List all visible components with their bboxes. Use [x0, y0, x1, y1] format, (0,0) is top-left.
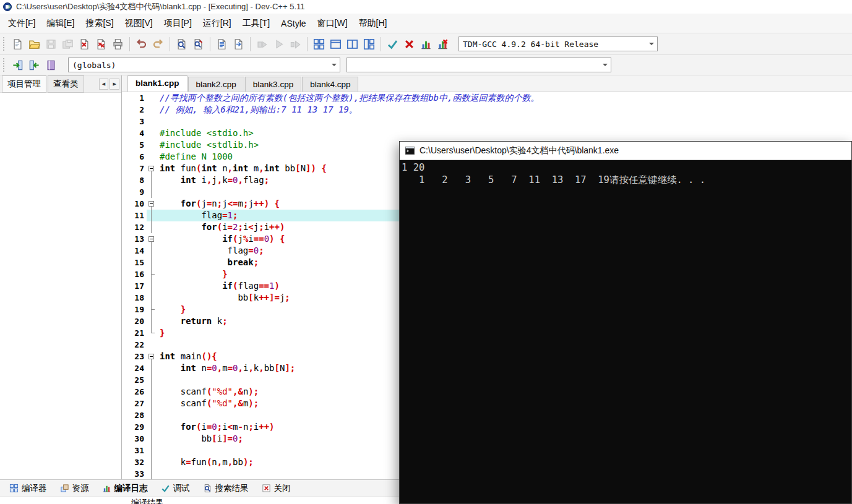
fold-guide	[147, 433, 157, 445]
goto-declaration-button[interactable]	[9, 57, 26, 74]
line-number: 13	[122, 233, 147, 245]
save-button[interactable]	[43, 36, 59, 53]
fold-guide	[147, 257, 157, 268]
print-button[interactable]	[110, 36, 126, 53]
fold-toggle[interactable]	[147, 163, 157, 174]
editor-tab-blank2-cpp[interactable]: blank2.cpp	[188, 77, 244, 92]
menu-item-4[interactable]: 视图[V]	[119, 14, 158, 33]
fold-toggle[interactable]	[147, 198, 157, 210]
compile-run-icon	[290, 38, 301, 50]
abort-button[interactable]	[401, 36, 418, 53]
bottom-tab-label: 编译器	[22, 483, 47, 494]
line-number: 1	[122, 92, 147, 104]
line-number: 30	[122, 433, 147, 445]
source-list-button[interactable]	[213, 36, 230, 53]
devcpp-window: C:\Users\user\Desktop\实验4文档中代码\blank1.cp…	[0, 0, 852, 504]
menu-item-8[interactable]: AStyle	[275, 15, 311, 32]
editor-tab-blank4-cpp[interactable]: blank4.cpp	[302, 77, 358, 92]
line-number: 10	[122, 198, 147, 210]
bottom-tab-2[interactable]: 资源	[54, 481, 95, 497]
source-goto-button[interactable]	[230, 36, 247, 53]
line-number: 11	[122, 210, 147, 221]
sidebar-tab-1[interactable]: 项目管理	[2, 75, 46, 93]
editor-tab-bar: blank1.cppblank2.cppblank3.cppblank4.cpp	[122, 75, 852, 92]
sidebar-scroll-left-button[interactable]: ◀	[99, 79, 109, 90]
save-all-icon	[62, 38, 74, 50]
project-split-button[interactable]	[344, 36, 361, 53]
code-line-2[interactable]: 2// 例如, 输入6和21,则输出:7 11 13 17 19。	[122, 104, 852, 116]
line-number: 2	[122, 104, 147, 116]
bottom-tab-label: 搜索结果	[215, 483, 249, 494]
source-list-icon	[216, 38, 228, 50]
project-new-unit-button[interactable]	[311, 36, 327, 53]
line-number: 16	[122, 268, 147, 280]
fold-guide	[147, 315, 157, 327]
undo-button[interactable]	[133, 36, 150, 53]
bottom-tab-5[interactable]: 搜索结果	[197, 481, 254, 497]
close-file-button[interactable]	[76, 36, 93, 53]
members-select[interactable]	[346, 58, 611, 72]
save-icon	[45, 38, 57, 50]
menubar: 文件[F]编辑[E]搜索[S]视图[V]项目[P]运行[R]工具[T]AStyl…	[0, 14, 852, 33]
menu-item-2[interactable]: 编辑[E]	[41, 14, 80, 33]
goto-definition-button[interactable]	[26, 57, 43, 74]
editor-tab-blank3-cpp[interactable]: blank3.cpp	[245, 77, 301, 92]
fold-toggle[interactable]	[147, 233, 157, 245]
bottom-tab-6[interactable]: 关闭	[256, 481, 296, 497]
replace-button[interactable]	[190, 36, 207, 53]
console-output[interactable]: 1 20 1 2 3 5 7 11 13 17 19请按任意键继续. . .	[400, 160, 851, 503]
menu-item-10[interactable]: 帮助[H]	[353, 14, 393, 33]
fold-guide	[147, 386, 157, 398]
code-line-3[interactable]: 3	[122, 116, 852, 127]
project-window-icon	[330, 38, 342, 50]
redo-icon	[152, 38, 164, 50]
print-icon	[112, 38, 124, 50]
project-columns-button[interactable]	[361, 36, 377, 53]
toolbar-class-browser: (globals)	[0, 55, 852, 75]
compile-run-button[interactable]	[287, 36, 304, 53]
open-file-button[interactable]	[26, 36, 43, 53]
menu-item-1[interactable]: 文件[F]	[2, 14, 41, 33]
project-panel-body	[0, 93, 121, 479]
sidebar-scroll-right-button[interactable]: ▶	[110, 79, 119, 90]
fold-toggle[interactable]	[147, 351, 157, 362]
console-titlebar[interactable]: C:\Users\user\Desktop\实验4文档中代码\blank1.ex…	[400, 142, 851, 160]
code-line-1[interactable]: 1//寻找两个整数之间的所有素数(包括这两个整数),把结果保存在数组bb中,函数…	[122, 92, 852, 104]
line-number: 8	[122, 174, 147, 186]
sidebar-tab-2[interactable]: 查看类	[48, 75, 84, 93]
fold-guide	[147, 92, 157, 104]
profile-button[interactable]	[418, 36, 434, 53]
menu-item-9[interactable]: 窗口[W]	[312, 14, 353, 33]
save-all-button[interactable]	[59, 36, 76, 53]
fold-guide	[147, 456, 157, 468]
menu-item-6[interactable]: 运行[R]	[197, 14, 237, 33]
project-window-button[interactable]	[327, 36, 344, 53]
toolbar-main: TDM-GCC 4.9.2 64-bit Release	[0, 33, 852, 55]
line-number: 15	[122, 257, 147, 268]
find-button[interactable]	[173, 36, 190, 53]
new-file-icon	[12, 38, 24, 50]
close-all-button[interactable]	[93, 36, 110, 53]
debug-check-button[interactable]	[384, 36, 401, 53]
toolbar-main-buttons	[9, 36, 451, 53]
compile-button[interactable]	[254, 36, 270, 53]
class-browser-button[interactable]	[43, 57, 59, 74]
new-file-button[interactable]	[9, 36, 26, 53]
editor-tab-blank1-cpp[interactable]: blank1.cpp	[127, 75, 187, 92]
profile-delete-button[interactable]	[434, 36, 451, 53]
code-line-4[interactable]: 4#include <stdio.h>	[122, 127, 852, 139]
menu-item-3[interactable]: 搜索[S]	[80, 14, 119, 33]
redo-button[interactable]	[150, 36, 166, 53]
compiler-select[interactable]: TDM-GCC 4.9.2 64-bit Release	[458, 36, 658, 51]
bottom-tab-1[interactable]: 编译器	[4, 481, 53, 497]
fold-guide	[147, 186, 157, 198]
project-columns-icon	[363, 38, 375, 50]
menu-item-7[interactable]: 工具[T]	[237, 14, 275, 33]
line-number: 31	[122, 445, 147, 456]
menu-item-5[interactable]: 项目[P]	[158, 14, 197, 33]
globals-select[interactable]: (globals)	[68, 58, 340, 72]
run-button[interactable]	[270, 36, 287, 53]
bottom-tab-3[interactable]: 编译日志	[97, 481, 153, 497]
fold-minus-icon	[148, 354, 154, 359]
bottom-tab-4[interactable]: 调试	[155, 481, 196, 497]
